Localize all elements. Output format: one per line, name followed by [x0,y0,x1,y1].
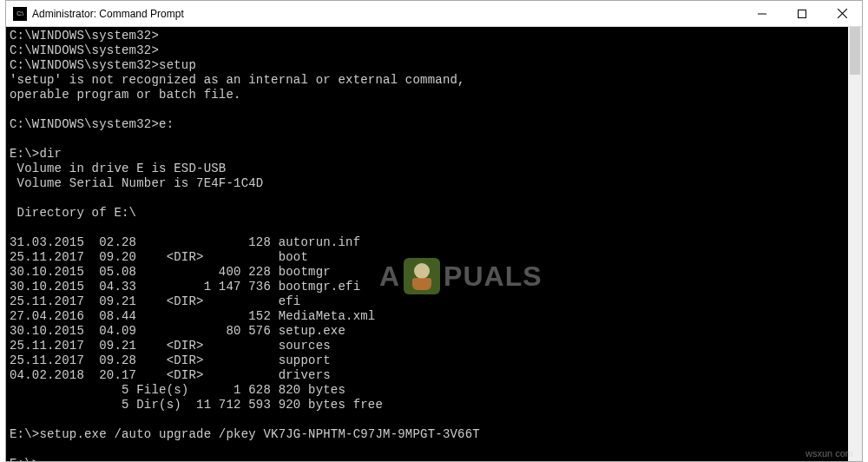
terminal-line: 30.10.2015 04.33 1 147 736 bootmgr.efi [10,280,858,294]
scroll-thumb[interactable] [850,27,860,75]
terminal-line: C:\WINDOWS\system32> [10,43,858,58]
terminal-line: 30.10.2015 05.08 400 228 bootmgr [10,265,858,280]
terminal-line [10,442,858,457]
close-button[interactable] [822,1,862,26]
terminal-line: Volume in drive E is ESD-USB [10,162,858,176]
terminal-line: C:\WINDOWS\system32>setup [10,58,858,73]
terminal-line: 30.10.2015 04.09 80 576 setup.exe [10,324,858,339]
terminal-line: E:\>setup.exe /auto upgrade /pkey VK7JG-… [10,427,858,442]
terminal-line [10,102,858,117]
terminal-line: 27.04.2016 08.44 152 MediaMeta.xml [10,309,858,324]
terminal-area[interactable]: C:\WINDOWS\system32>C:\WINDOWS\system32>… [6,27,862,461]
minimize-button[interactable] [742,1,782,26]
terminal-line: C:\WINDOWS\system32>e: [10,117,858,132]
terminal-line: E:\> [10,457,858,461]
vertical-scrollbar[interactable] [848,27,862,461]
maximize-button[interactable] [782,1,822,26]
app-icon: C:\ [13,7,27,21]
terminal-line: 5 Dir(s) 11 712 593 920 bytes free [10,398,858,412]
terminal-line: 04.02.2018 20.17 <DIR> drivers [10,368,858,383]
terminal-output: C:\WINDOWS\system32>C:\WINDOWS\system32>… [10,29,858,461]
terminal-line: 25.11.2017 09.21 <DIR> efi [10,294,858,309]
window-title: Administrator: Command Prompt [32,8,184,20]
terminal-line: 25.11.2017 09.28 <DIR> support [10,353,858,368]
terminal-line [10,221,858,235]
command-prompt-window: C:\ Administrator: Command Prompt C:\WIN… [5,0,863,462]
terminal-line: 'setup' is not recognized as an internal… [10,73,858,88]
terminal-line: C:\WINDOWS\system32> [10,29,858,43]
terminal-line [10,132,858,147]
terminal-line: Directory of E:\ [10,206,858,221]
terminal-line: operable program or batch file. [10,88,858,102]
svg-rect-1 [799,10,806,17]
terminal-line: Volume Serial Number is 7E4F-1C4D [10,176,858,191]
terminal-line: 5 File(s) 1 628 820 bytes [10,383,858,398]
window-controls [742,1,862,26]
terminal-line: 25.11.2017 09.20 <DIR> boot [10,250,858,265]
titlebar[interactable]: C:\ Administrator: Command Prompt [6,1,862,27]
terminal-line [10,412,858,427]
terminal-line: 31.03.2015 02.28 128 autorun.inf [10,235,858,250]
terminal-line [10,191,858,206]
terminal-line: 25.11.2017 09.21 <DIR> sources [10,339,858,353]
terminal-line: E:\>dir [10,147,858,162]
